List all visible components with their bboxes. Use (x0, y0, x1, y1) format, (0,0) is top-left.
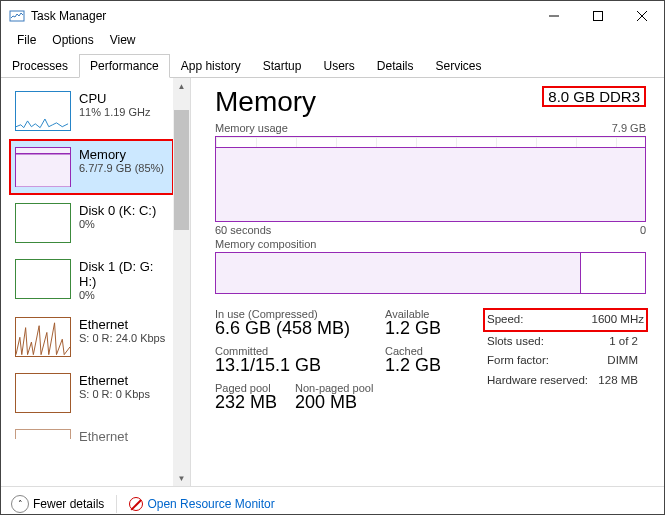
sidebar-item-label: Ethernet (79, 373, 150, 388)
svg-rect-0 (10, 11, 24, 21)
in-use-value: 6.6 GB (458 MB) (215, 318, 375, 339)
sidebar-item-label: Ethernet (79, 429, 128, 444)
ethernet-graph-icon (15, 429, 71, 439)
form-row: Form factor:DIMM (487, 351, 644, 371)
sidebar-item-disk1[interactable]: Disk 1 (D: G: H:)0% (9, 251, 174, 309)
stats-grid: In use (Compressed) 6.6 GB (458 MB) Comm… (215, 308, 646, 419)
axis-right: 0 (640, 224, 646, 236)
memory-capacity: 8.0 GB DDR3 (542, 86, 646, 107)
sidebar-item-sub: 0% (79, 289, 168, 301)
sidebar-item-sub: 11% 1.19 GHz (79, 106, 151, 118)
ethernet-graph-icon (15, 317, 71, 357)
sidebar: CPU11% 1.19 GHz Memory6.7/7.9 GB (85%) D… (1, 78, 191, 486)
tab-processes[interactable]: Processes (1, 54, 79, 78)
content: CPU11% 1.19 GHz Memory6.7/7.9 GB (85%) D… (1, 78, 664, 486)
menu-options[interactable]: Options (44, 31, 101, 51)
menu-view[interactable]: View (102, 31, 144, 51)
window-title: Task Manager (31, 9, 532, 23)
axis-left: 60 seconds (215, 224, 271, 236)
disk-graph-icon (15, 203, 71, 243)
close-button[interactable] (620, 1, 664, 31)
separator (116, 495, 117, 513)
tab-app-history[interactable]: App history (170, 54, 252, 78)
available-value: 1.2 GB (385, 318, 475, 339)
sidebar-item-label: CPU (79, 91, 151, 106)
sidebar-item-ethernet2[interactable]: Ethernet (9, 421, 174, 452)
sidebar-item-label: Disk 0 (K: C:) (79, 203, 156, 218)
disk-graph-icon (15, 259, 71, 299)
menu-file[interactable]: File (9, 31, 44, 51)
memory-usage-chart[interactable] (215, 136, 646, 222)
minimize-button[interactable] (532, 1, 576, 31)
memory-graph-icon (15, 147, 71, 187)
sidebar-scrollbar[interactable]: ▲ ▼ (173, 78, 190, 486)
tab-startup[interactable]: Startup (252, 54, 313, 78)
footer: ˄ Fewer details Open Resource Monitor (1, 486, 664, 515)
sidebar-item-label: Ethernet (79, 317, 165, 332)
svg-rect-2 (594, 12, 603, 21)
tab-users[interactable]: Users (312, 54, 365, 78)
tab-details[interactable]: Details (366, 54, 425, 78)
scroll-down-icon[interactable]: ▼ (173, 470, 190, 486)
usage-chart-label: Memory usage (215, 122, 288, 134)
sidebar-item-ethernet0[interactable]: EthernetS: 0 R: 24.0 Kbps (9, 309, 174, 365)
titlebar: Task Manager (1, 1, 664, 31)
chevron-up-icon: ˄ (11, 495, 29, 513)
cpu-graph-icon (15, 91, 71, 131)
scroll-up-icon[interactable]: ▲ (173, 78, 190, 94)
usage-chart-max: 7.9 GB (612, 122, 646, 134)
scrollbar-thumb[interactable] (174, 110, 189, 230)
speed-row: Speed:1600 MHz (483, 308, 648, 332)
svg-rect-5 (16, 154, 70, 187)
sidebar-item-cpu[interactable]: CPU11% 1.19 GHz (9, 83, 174, 139)
hw-row: Hardware reserved:128 MB (487, 371, 644, 391)
detail-heading: Memory (215, 86, 316, 118)
menubar: File Options View (1, 31, 664, 51)
nonpaged-value: 200 MB (295, 392, 373, 413)
maximize-button[interactable] (576, 1, 620, 31)
ethernet-graph-icon (15, 373, 71, 413)
sidebar-item-ethernet1[interactable]: EthernetS: 0 R: 0 Kbps (9, 365, 174, 421)
detail-pane: Memory 8.0 GB DDR3 Memory usage 7.9 GB 6… (191, 78, 664, 486)
fewer-details-label: Fewer details (33, 497, 104, 511)
sidebar-item-disk0[interactable]: Disk 0 (K: C:)0% (9, 195, 174, 251)
sidebar-item-sub: 0% (79, 218, 156, 230)
fewer-details-button[interactable]: ˄ Fewer details (11, 495, 104, 513)
tab-services[interactable]: Services (425, 54, 493, 78)
tab-bar: Processes Performance App history Startu… (1, 53, 664, 78)
sidebar-item-label: Disk 1 (D: G: H:) (79, 259, 168, 289)
app-icon (9, 8, 25, 24)
sidebar-item-sub: 6.7/7.9 GB (85%) (79, 162, 164, 174)
composition-used (216, 253, 581, 293)
sidebar-item-sub: S: 0 R: 24.0 Kbps (79, 332, 165, 344)
tab-performance[interactable]: Performance (79, 54, 170, 78)
open-resource-monitor-link[interactable]: Open Resource Monitor (129, 497, 274, 511)
sidebar-item-label: Memory (79, 147, 164, 162)
open-resource-monitor-label: Open Resource Monitor (147, 497, 274, 511)
memory-composition-chart[interactable] (215, 252, 646, 294)
slots-row: Slots used:1 of 2 (487, 332, 644, 352)
sidebar-item-memory[interactable]: Memory6.7/7.9 GB (85%) (9, 139, 174, 195)
resource-monitor-icon (129, 497, 143, 511)
committed-value: 13.1/15.1 GB (215, 355, 375, 376)
paged-value: 232 MB (215, 392, 277, 413)
composition-label: Memory composition (215, 238, 316, 250)
cached-value: 1.2 GB (385, 355, 475, 376)
sidebar-item-sub: S: 0 R: 0 Kbps (79, 388, 150, 400)
usage-fill (216, 147, 645, 221)
